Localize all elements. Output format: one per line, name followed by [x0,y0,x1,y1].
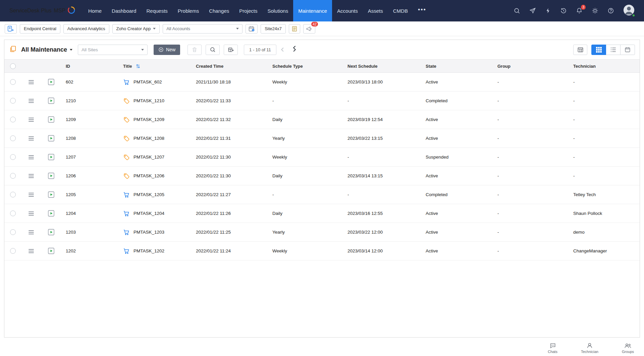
table-row[interactable]: 1202PMTASK_12022022/01/22 11:24Weekly202… [4,242,640,260]
notes-icon[interactable] [289,24,300,34]
execute-task-button[interactable] [47,116,55,123]
paper-plane-icon[interactable] [529,7,536,14]
column-header-id[interactable]: ID [66,64,70,69]
nav-item-projects[interactable]: Projects [234,0,262,21]
column-header-group[interactable]: Group [497,64,511,69]
nav-item-cmdb[interactable]: CMDB [388,0,413,21]
footer-item-chats[interactable]: Chats [548,342,557,354]
task-title-link[interactable]: PMTASK_1205 [133,192,164,197]
row-actions-menu[interactable] [29,249,34,253]
table-row[interactable]: 1207PMTASK_12072022/01/22 11:30Weekly-Su… [4,148,640,167]
row-checkbox[interactable] [10,248,16,254]
nav-more-button[interactable]: ••• [413,0,431,21]
sort-toggle[interactable] [136,64,141,69]
column-header-next-schedule[interactable]: Next Schedule [347,64,378,69]
execute-task-button[interactable] [47,172,55,180]
row-checkbox[interactable] [10,135,16,141]
toolbar-button-endpoint-central[interactable]: Endpoint Central [20,24,60,34]
table-row[interactable]: 1206PMTASK_12062022/01/22 11:30Daily2023… [4,167,640,185]
execute-task-button[interactable] [47,153,55,161]
megaphone-icon[interactable]: 42 [303,24,315,34]
table-row[interactable]: 1209PMTASK_12092022/01/22 11:32Daily2023… [4,110,640,129]
task-title-link[interactable]: PMTASK_1207 [133,155,164,160]
table-row[interactable]: 1210PMTASK_12102022/01/22 11:33--Complet… [4,92,640,110]
calendar-view-button[interactable] [620,45,635,55]
task-title-link[interactable]: PMTASK_1202 [133,248,164,253]
new-button[interactable]: New [154,45,180,55]
column-header-title[interactable]: Title [123,64,132,69]
execute-task-button[interactable] [47,210,55,217]
task-title-link[interactable]: PMTASK_1204 [133,211,164,216]
table-row[interactable]: 602PMTASK_6022021/11/30 18:18Weekly2023/… [4,73,640,92]
select-all-checkbox[interactable] [10,63,16,69]
task-title-link[interactable]: PMTASK_1208 [133,136,164,141]
lightning-icon[interactable] [545,7,551,14]
history-icon[interactable] [560,7,567,14]
gear-icon[interactable] [592,7,598,14]
row-actions-menu[interactable] [29,174,34,178]
nav-item-assets[interactable]: Assets [363,0,388,21]
row-checkbox[interactable] [10,98,16,104]
nav-item-changes[interactable]: Changes [204,0,234,21]
table-row[interactable]: 1203PMTASK_12032022/01/22 11:25Yearly202… [4,223,640,242]
table-row[interactable]: 1205PMTASK_12052022/01/22 11:27--Complet… [4,185,640,204]
row-checkbox[interactable] [10,211,16,216]
nav-item-requests[interactable]: Requests [141,0,172,21]
column-header-state[interactable]: State [426,64,436,69]
avatar[interactable] [623,4,635,17]
apps-panel-icon[interactable] [5,24,17,34]
nav-item-solutions[interactable]: Solutions [262,0,293,21]
sites-dropdown[interactable]: All Sites [78,45,148,55]
row-checkbox[interactable] [10,79,16,85]
column-header-schedule-type[interactable]: Schedule Type [272,64,303,69]
site24x7-button[interactable]: Site24x7 [261,24,286,34]
search-button[interactable] [206,45,220,55]
row-checkbox[interactable] [10,229,16,235]
footer-item-groups[interactable]: Groups [622,342,634,354]
nav-item-problems[interactable]: Problems [173,0,204,21]
task-title-link[interactable]: PMTASK_1203 [133,230,164,235]
task-title-link[interactable]: PMTASK_1210 [133,98,164,103]
nav-item-accounts[interactable]: Accounts [332,0,363,21]
row-checkbox[interactable] [10,173,16,179]
column-header-technician[interactable]: Technician [573,64,596,69]
row-checkbox[interactable] [10,154,16,160]
row-actions-menu[interactable] [29,136,34,141]
search-icon[interactable] [514,7,520,14]
help-icon[interactable] [607,7,614,14]
add-column-button[interactable] [224,45,238,55]
task-title-link[interactable]: PMTASK_1206 [133,173,164,178]
delete-button[interactable] [187,45,202,55]
footer-item-technician[interactable]: Technician [581,342,598,354]
row-actions-menu[interactable] [29,80,34,84]
column-header-created-time[interactable]: Created Time [196,64,223,69]
execute-task-button[interactable] [47,78,55,86]
view-selector[interactable]: All Maintenance [21,46,72,53]
grid-view-button[interactable] [591,45,606,55]
brand-logo[interactable]: ServiceDesk Plus MSP [0,0,83,21]
task-title-link[interactable]: PMTASK_1209 [133,117,164,122]
row-checkbox[interactable] [10,192,16,197]
bell-icon[interactable]: 3 [576,7,583,14]
next-page-button[interactable] [289,45,299,55]
table-row[interactable]: 1204PMTASK_12042022/01/22 11:26Daily2023… [4,204,640,223]
execute-task-button[interactable] [47,247,55,255]
nav-item-dashboard[interactable]: Dashboard [107,0,141,21]
execute-task-button[interactable] [47,134,55,142]
table-row[interactable]: 1208PMTASK_12082022/01/22 11:31Yearly202… [4,129,640,148]
nav-item-home[interactable]: Home [83,0,107,21]
row-actions-menu[interactable] [29,192,34,197]
task-title-link[interactable]: PMTASK_602 [133,79,162,84]
toolbar-button-advanced-analytics[interactable]: Advanced Analytics [63,24,109,34]
execute-task-button[interactable] [47,228,55,236]
row-actions-menu[interactable] [29,155,34,160]
nav-item-maintenance[interactable]: Maintenance [293,0,332,21]
row-checkbox[interactable] [10,117,16,122]
row-actions-menu[interactable] [29,230,34,235]
row-actions-menu[interactable] [29,117,34,122]
previous-page-button[interactable] [278,45,288,55]
row-actions-menu[interactable] [29,99,34,103]
toolbar-button-zoho-creator-app[interactable]: Zoho Creator App [112,24,160,34]
accounts-dropdown[interactable]: All Accounts [163,24,243,34]
execute-task-button[interactable] [47,97,55,105]
